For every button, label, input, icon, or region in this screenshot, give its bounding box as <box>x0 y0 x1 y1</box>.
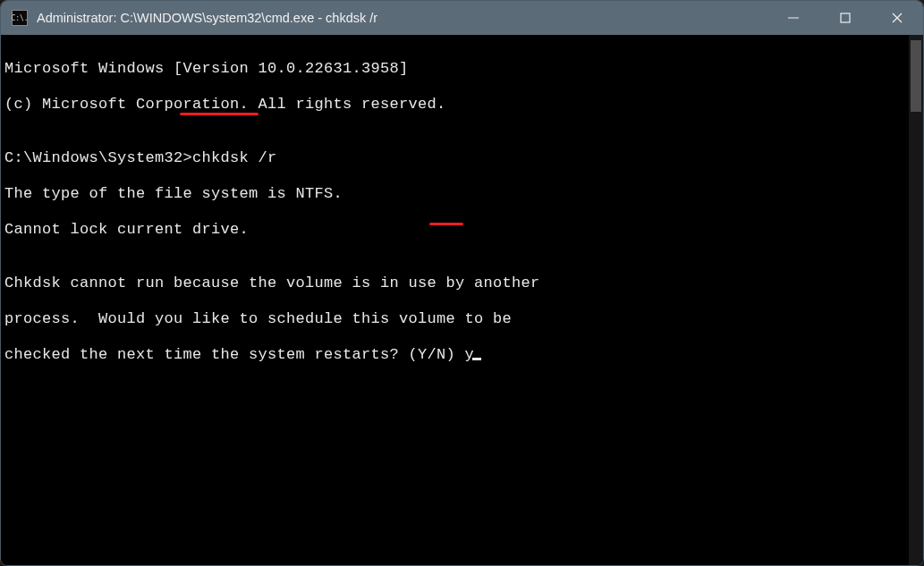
close-icon <box>891 12 903 24</box>
close-button[interactable] <box>871 1 923 35</box>
prompt-path: C:\Windows\System32> <box>4 149 192 166</box>
cursor <box>472 358 481 360</box>
titlebar[interactable]: C:\. Administrator: C:\WINDOWS\system32\… <box>1 1 923 35</box>
svg-rect-1 <box>841 13 850 22</box>
cmd-icon: C:\. <box>12 10 28 26</box>
output-line: Microsoft Windows [Version 10.0.22631.39… <box>4 60 905 78</box>
output-line: (c) Microsoft Corporation. All rights re… <box>4 96 905 114</box>
terminal-content[interactable]: Microsoft Windows [Version 10.0.22631.39… <box>1 35 909 565</box>
maximize-button[interactable] <box>819 1 871 35</box>
user-response: y <box>465 346 475 363</box>
annotation-underline <box>429 223 463 225</box>
window-controls <box>767 1 923 35</box>
output-line: Chkdsk cannot run because the volume is … <box>4 275 905 292</box>
prompt-question: checked the next time the system restart… <box>4 346 465 363</box>
terminal-area: Microsoft Windows [Version 10.0.22631.39… <box>1 35 923 565</box>
minimize-button[interactable] <box>767 1 819 35</box>
output-line: process. Would you like to schedule this… <box>4 310 905 328</box>
typed-command: chkdsk /r <box>192 149 277 166</box>
scrollbar-thumb[interactable] <box>911 40 921 112</box>
cmd-window: C:\. Administrator: C:\WINDOWS\system32\… <box>0 0 924 566</box>
output-line: The type of the file system is NTFS. <box>4 185 905 203</box>
prompt-line: C:\Windows\System32>chkdsk /r <box>4 149 905 167</box>
maximize-icon <box>839 12 852 24</box>
annotation-underline <box>180 113 259 115</box>
window-title: Administrator: C:\WINDOWS\system32\cmd.e… <box>37 11 767 25</box>
minimize-icon <box>787 12 800 24</box>
output-line: checked the next time the system restart… <box>4 346 905 364</box>
scrollbar[interactable] <box>909 35 923 565</box>
